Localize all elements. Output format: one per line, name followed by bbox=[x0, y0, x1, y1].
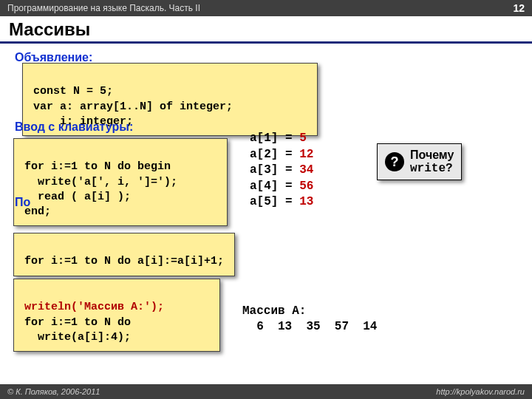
footer-url: http://kpolyakov.narod.ru bbox=[436, 387, 525, 396]
code-line: var a: array[1..N] of integer; bbox=[33, 100, 233, 113]
callout-line: write? bbox=[410, 162, 454, 175]
code-line: for i:=1 to N do bbox=[24, 316, 137, 329]
list-item: a[4] = 56 bbox=[250, 179, 313, 195]
array-values-list: a[1] = 5 a[2] = 12 a[3] = 34 a[4] = 56 a… bbox=[250, 131, 313, 211]
footer-bar: © К. Поляков, 2006-2011 http://kpolyakov… bbox=[0, 384, 532, 399]
code-line: const N = 5; bbox=[33, 85, 113, 98]
code-line: write(a[i]:4); bbox=[24, 331, 131, 344]
code-input-loop: for i:=1 to N do begin write('a[', i, ']… bbox=[13, 138, 228, 226]
list-item: a[2] = 12 bbox=[250, 147, 313, 163]
callout-line: Почему bbox=[410, 149, 454, 162]
list-item: a[3] = 34 bbox=[250, 163, 313, 179]
footer-copyright: © К. Поляков, 2006-2011 bbox=[7, 387, 100, 396]
output-values: 6 13 35 57 14 bbox=[242, 320, 377, 333]
code-line: writeln('Массив A:'); bbox=[24, 301, 164, 313]
breadcrumb: Программирование на языке Паскаль. Часть… bbox=[7, 3, 200, 13]
code-increment: for i:=1 to N do a[i]:=a[i]+1; bbox=[13, 233, 235, 276]
code-output: writeln('Массив A:'); for i:=1 to N do w… bbox=[13, 279, 220, 352]
code-line: read ( a[i] ); bbox=[24, 191, 131, 203]
output-title: Массив A: bbox=[242, 304, 306, 318]
code-line: for i:=1 to N do begin bbox=[24, 160, 171, 173]
callout-why-write: ? Почему write? bbox=[377, 143, 462, 180]
page-number: 12 bbox=[513, 2, 525, 14]
callout-text: Почему write? bbox=[410, 149, 454, 175]
section-elementwise: По bbox=[15, 196, 30, 209]
code-line: for i:=1 to N do a[i]:=a[i]+1; bbox=[24, 255, 224, 267]
page-title: Массивы bbox=[0, 16, 532, 44]
list-item: a[5] = 13 bbox=[250, 194, 313, 211]
question-mark-icon: ? bbox=[385, 152, 404, 171]
code-line: write('a[', i, ']='); bbox=[24, 176, 177, 188]
content-area: Объявление: const N = 5; var a: array[1.… bbox=[0, 44, 532, 391]
list-item: a[1] = 5 bbox=[250, 131, 313, 147]
program-output: Массив A: 6 13 35 57 14 bbox=[242, 287, 377, 335]
section-input: Ввод с клавиатуры: bbox=[15, 120, 133, 134]
top-bar: Программирование на языке Паскаль. Часть… bbox=[0, 0, 532, 16]
